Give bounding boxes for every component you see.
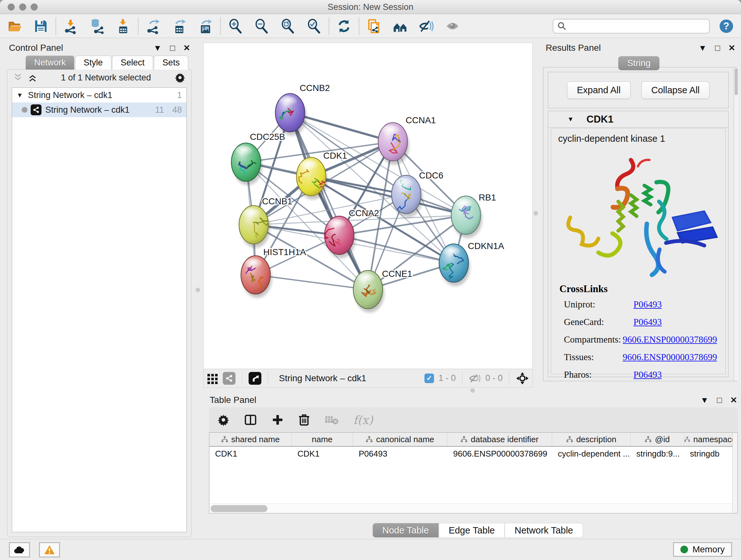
clone-network-icon[interactable] [366, 18, 382, 34]
search-box[interactable] [553, 19, 710, 34]
column-header-label: description [576, 435, 616, 444]
first-neighbors-icon[interactable] [393, 18, 408, 34]
tab-network[interactable]: Network [25, 56, 74, 70]
table-cell[interactable]: cyclin-dependent ... [552, 447, 630, 461]
crosslink-link[interactable]: P06493 [633, 317, 662, 327]
table-vertical-scrollbar[interactable] [732, 433, 738, 513]
delete-column-icon[interactable] [298, 414, 310, 426]
results-scrollbar[interactable] [734, 68, 738, 381]
table-options-gear-icon[interactable] [217, 414, 229, 426]
open-session-icon[interactable] [7, 18, 22, 34]
create-column-icon[interactable] [272, 414, 284, 426]
column-header-canonical-name[interactable]: canonical name [353, 433, 448, 446]
vertical-splitter-handle[interactable] [534, 211, 538, 215]
network-node-cdc6[interactable]: CDC6 [392, 171, 443, 217]
hide-selected-icon[interactable] [419, 18, 434, 34]
collection-expander-icon[interactable]: ▼ [17, 91, 23, 99]
crosslink-link[interactable]: P06493 [633, 299, 662, 310]
save-session-icon[interactable] [33, 18, 49, 34]
network-canvas[interactable]: CCNB2CCNA1CDC25BCDK1CDC6RB1CCNB1CCNA2CDK… [204, 43, 532, 369]
export-table-to-file-icon[interactable] [172, 18, 187, 34]
collapse-all-button[interactable]: Collapse All [642, 81, 710, 99]
table-cell[interactable]: stringdb [684, 447, 737, 461]
results-panel-menu-icon[interactable]: ▼ [698, 43, 707, 53]
zoom-in-icon[interactable] [228, 18, 243, 34]
horizontal-splitter-handle[interactable] [470, 388, 475, 393]
crosslink-link[interactable]: 9606.ENSP00000378699 [623, 352, 717, 362]
selected-items-checkbox-icon[interactable]: ✓ [424, 374, 434, 383]
collapse-all-icon[interactable] [13, 73, 23, 82]
results-panel-float-icon[interactable]: □ [715, 43, 720, 53]
import-network-from-file-icon[interactable] [63, 18, 78, 34]
results-scrollbar-thumb[interactable] [735, 68, 738, 95]
grid-view-icon[interactable] [207, 373, 218, 384]
table-cell[interactable]: P06493 [353, 447, 448, 461]
tab-edge-table[interactable]: Edge Table [439, 523, 505, 538]
table-hscrollbar-thumb[interactable] [211, 505, 267, 512]
show-columns-icon[interactable] [244, 414, 257, 426]
table-cell[interactable]: CDK1 [292, 447, 353, 461]
zoom-selected-icon[interactable] [307, 18, 322, 34]
options-gear-icon[interactable] [175, 72, 185, 83]
table-panel-menu-icon[interactable]: ▼ [700, 395, 709, 405]
network-node-ccnb2[interactable]: CCNB2 [275, 83, 330, 136]
results-panel-close-icon[interactable]: ✕ [728, 43, 735, 53]
help-icon[interactable]: ? [719, 18, 734, 34]
tab-network-table[interactable]: Network Table [504, 523, 583, 538]
export-image-icon[interactable] [198, 18, 213, 34]
network-overview-icon[interactable] [223, 372, 235, 385]
table-cell[interactable]: CDK1 [209, 447, 292, 461]
network-node-cdc25b[interactable]: CDC25B [231, 132, 285, 185]
table-panel-float-icon[interactable]: □ [717, 395, 722, 405]
zoom-fit-icon[interactable] [280, 18, 295, 34]
refresh-view-icon[interactable] [336, 18, 352, 34]
cloud-status-button[interactable] [9, 542, 30, 557]
zoom-out-icon[interactable] [254, 18, 269, 34]
string-results-container: Expand All Collapse All ▼ CDK1 cyclin-de… [543, 67, 737, 381]
network-node-ccnb1[interactable]: CCNB1 [239, 196, 292, 248]
table-horizontal-scrollbar[interactable] [209, 503, 732, 513]
table-panel-close-icon[interactable]: ✕ [730, 395, 737, 405]
table-cell[interactable]: 9606.ENSP00000378699 [448, 447, 552, 461]
column-header-name[interactable]: name [292, 433, 353, 446]
import-network-from-database-icon[interactable] [89, 18, 105, 34]
control-panel-close-icon[interactable]: ✕ [183, 43, 190, 53]
network-row[interactable]: String Network – cdk1 11 48 [12, 103, 186, 117]
network-node-hist1h1a[interactable]: HIST1H1A [241, 247, 306, 298]
column-header-namespace[interactable]: namespace [684, 433, 737, 446]
network-node-ccne1[interactable]: CCNE1 [353, 269, 412, 313]
network-node-rb1[interactable]: RB1 [451, 192, 496, 238]
vertical-splitter-handle[interactable] [196, 288, 200, 292]
crosslink-row: GeneCard:P06493 [559, 317, 717, 327]
warnings-button[interactable] [39, 542, 60, 557]
expand-all-button[interactable]: Expand All [567, 81, 630, 99]
control-panel-float-icon[interactable]: □ [170, 43, 175, 53]
crosslink-link[interactable]: P06493 [633, 369, 662, 380]
export-network-to-file-icon[interactable] [145, 18, 161, 34]
tab-string[interactable]: String [618, 56, 659, 70]
search-input[interactable] [570, 21, 705, 31]
control-panel-title: Control Panel [9, 43, 63, 53]
column-header-description[interactable]: description [552, 433, 630, 446]
network-node-cdkn1a[interactable]: CDKN1A [439, 241, 504, 286]
tab-node-table[interactable]: Node Table [373, 523, 439, 538]
tab-style[interactable]: Style [75, 56, 111, 70]
network-node-ccna1[interactable]: CCNA1 [378, 115, 436, 165]
table-row[interactable]: CDK1CDK1P064939606.ENSP00000378699cyclin… [209, 447, 738, 461]
tab-select[interactable]: Select [112, 56, 153, 70]
table-cell[interactable]: stringdb:9... [630, 447, 684, 461]
birds-eye-view-icon[interactable] [249, 372, 261, 385]
crosslink-link[interactable]: 9606.ENSP00000378699 [623, 334, 717, 345]
column-header-shared-name[interactable]: shared name [209, 433, 292, 446]
pan-mode-icon[interactable] [516, 372, 529, 385]
control-panel-menu-icon[interactable]: ▼ [153, 43, 162, 53]
column-header-database-identifier[interactable]: database identifier [448, 433, 552, 446]
memory-status-button[interactable]: Memory [673, 542, 732, 557]
import-table-from-file-icon[interactable] [116, 18, 131, 34]
tab-sets[interactable]: Sets [154, 56, 188, 70]
show-all-icon[interactable] [445, 18, 460, 34]
column-header--id[interactable]: @id [630, 433, 684, 446]
expand-all-icon[interactable] [28, 73, 37, 82]
gene-section-expander-icon[interactable]: ▼ [567, 116, 574, 123]
network-collection-row[interactable]: ▼ String Network – cdk1 1 [12, 88, 186, 103]
